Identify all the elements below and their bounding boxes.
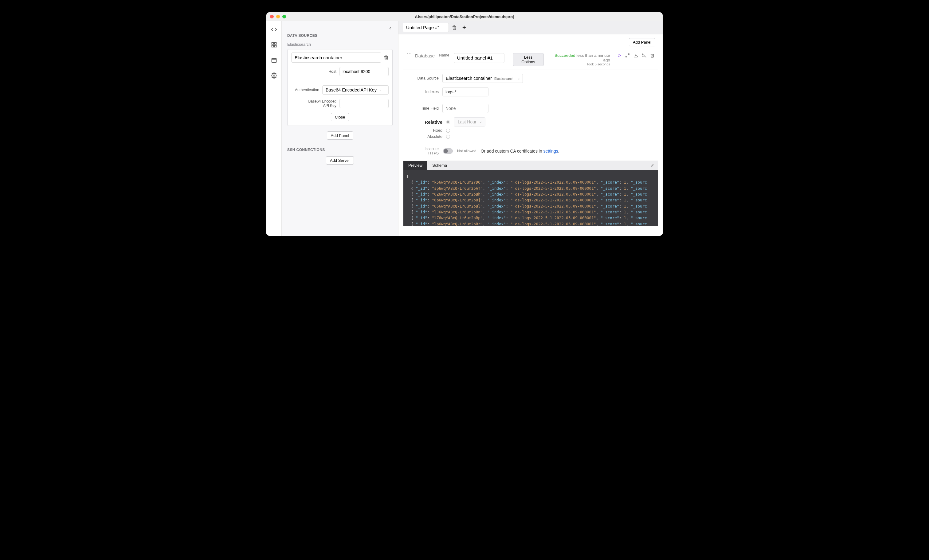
data-source-card: Host Authentication Base64 Encoded API K… [287, 49, 392, 126]
absolute-radio[interactable] [446, 135, 450, 139]
indexes-input[interactable] [442, 87, 489, 96]
code-icon[interactable] [271, 26, 277, 32]
main-area: + Add Panel ˄ ˅ Database Name Less Optio… [399, 21, 663, 236]
collapse-icon[interactable]: ⤢ [651, 163, 654, 168]
insecure-https-state: Not allowed [457, 149, 477, 153]
trash-icon[interactable] [452, 25, 457, 30]
tab-preview[interactable]: Preview [403, 161, 427, 170]
ssh-heading: SSH CONNECTIONS [287, 148, 392, 152]
add-panel-button[interactable]: Add Panel [327, 132, 353, 140]
data-sources-heading: DATA SOURCES [287, 34, 392, 38]
data-source-name-input[interactable] [291, 52, 381, 63]
time-field-label: Time Field [412, 106, 439, 110]
main-add-panel-button[interactable]: Add Panel [629, 38, 655, 46]
data-source-type-label: Elasticsearch [287, 42, 392, 47]
panel-status: Succeeded less than a minute ago Took 5 … [548, 53, 610, 66]
gear-icon[interactable] [271, 72, 277, 79]
dashboard-icon[interactable] [271, 42, 277, 48]
svg-marker-9 [618, 54, 621, 57]
panel-data-source-value: Elasticsearch container [446, 76, 492, 81]
time-field-input[interactable] [442, 104, 489, 113]
nav-rail [266, 21, 282, 236]
page-tab-bar: + [399, 21, 663, 34]
chevron-down-icon: ˅ [409, 53, 411, 57]
fixed-label: Fixed [416, 129, 442, 133]
relative-range-select[interactable]: Last Hour [454, 117, 485, 127]
status-duration-label: Took 5 seconds [548, 62, 610, 66]
panel-type-label: Database [415, 53, 435, 58]
close-button[interactable]: Close [331, 113, 349, 121]
absolute-label: Absolute [416, 135, 442, 139]
expand-icon[interactable] [625, 53, 630, 58]
play-icon[interactable] [617, 53, 621, 58]
eye-off-icon[interactable] [642, 53, 646, 58]
panel-block: ˄ ˅ Database Name Less Options Succeeded… [403, 50, 658, 226]
app-window: /Users/philipeaton/DataStationProjects/d… [266, 12, 663, 236]
results-preview[interactable]: [ { "_id": "k56wqYABcQ-Lr6um2YDO", "_ind… [403, 170, 658, 226]
download-icon[interactable] [633, 53, 638, 58]
results-area: Preview Schema ⤢ [ { "_id": "k56wqYABcQ-… [403, 161, 658, 226]
trash-icon[interactable] [650, 53, 655, 58]
status-success-label: Succeeded [555, 53, 575, 58]
titlebar: /Users/philipeaton/DataStationProjects/d… [266, 12, 663, 21]
settings-link[interactable]: settings [543, 148, 558, 153]
page-tab-name-input[interactable] [403, 23, 449, 32]
svg-point-8 [273, 75, 274, 77]
panel-reorder[interactable]: ˄ ˅ [406, 53, 411, 57]
panel-name-input[interactable] [454, 53, 504, 63]
relative-radio[interactable] [446, 120, 450, 124]
svg-line-10 [628, 54, 629, 55]
data-sources-panel: DATA SOURCES Elasticsearch Host Authenti… [282, 21, 399, 236]
data-source-label: Data Source [412, 76, 439, 80]
auth-select-value: Base64 Encoded API Key [326, 87, 377, 92]
svg-rect-1 [274, 43, 276, 44]
chevron-up-icon: ˄ [406, 53, 408, 57]
insecure-https-toggle[interactable] [443, 148, 453, 154]
svg-rect-4 [271, 58, 276, 62]
fixed-radio[interactable] [446, 129, 450, 133]
svg-rect-2 [271, 46, 273, 47]
status-time-label: less than a minute ago [576, 53, 610, 62]
auth-select[interactable]: Base64 Encoded API Key ⌄ [322, 85, 389, 95]
svg-rect-3 [274, 46, 276, 47]
panel-name-label: Name [439, 53, 449, 57]
panel-header: ˄ ˅ Database Name Less Options Succeeded… [403, 50, 658, 69]
trash-icon[interactable] [384, 55, 389, 60]
relative-label: Relative [416, 119, 442, 125]
panel-data-source-type: Elasticsearch [494, 77, 514, 80]
window-title: /Users/philipeaton/DataStationProjects/d… [266, 14, 663, 19]
add-server-button[interactable]: Add Server [326, 156, 354, 165]
insecure-https-desc: Or add custom CA certificates in setting… [481, 148, 560, 153]
host-input[interactable] [339, 67, 389, 76]
panel-data-source-select[interactable]: Elasticsearch container ⌄ Elasticsearch [442, 74, 523, 83]
auth-label: Authentication [295, 88, 319, 92]
svg-rect-0 [271, 43, 273, 44]
apikey-label: Base64 EncodedAPI Key [308, 99, 336, 108]
insecure-https-label: InsecureHTTPS [412, 147, 439, 156]
less-options-button[interactable]: Less Options [513, 53, 544, 66]
svg-line-11 [626, 56, 627, 57]
apikey-input[interactable] [339, 99, 389, 108]
collapse-panel-button[interactable] [388, 26, 392, 32]
panel-config: Data Source Elasticsearch container ⌄ El… [403, 69, 658, 161]
tab-schema[interactable]: Schema [427, 161, 452, 170]
chevron-down-icon: ⌄ [518, 77, 520, 80]
results-tabs: Preview Schema ⤢ [403, 161, 658, 170]
chevron-down-icon: ⌄ [379, 89, 382, 92]
add-page-button[interactable]: + [460, 24, 469, 31]
host-label: Host [328, 69, 336, 74]
calendar-icon[interactable] [271, 57, 277, 63]
indexes-label: Indexes [412, 90, 439, 94]
